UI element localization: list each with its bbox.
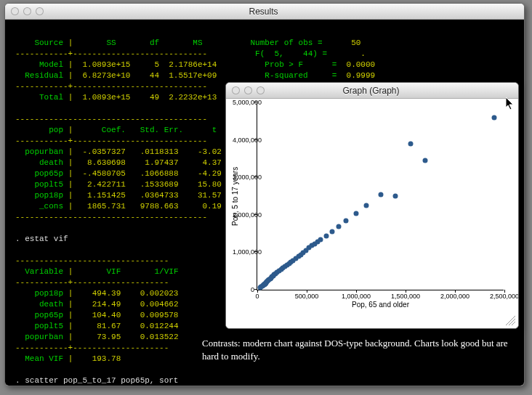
data-point <box>324 233 329 238</box>
data-point <box>363 203 368 208</box>
resize-handle-icon[interactable] <box>505 315 515 325</box>
data-point <box>393 194 398 199</box>
y-tick-mark <box>254 289 257 290</box>
data-point <box>379 192 384 197</box>
graph-titlebar[interactable]: Graph (Graph) <box>226 83 518 99</box>
x-tick-mark <box>356 290 357 293</box>
maximize-icon[interactable] <box>257 86 265 94</box>
x-tick: 1,000,000 <box>342 293 371 300</box>
results-titlebar[interactable]: Results <box>5 4 524 20</box>
x-tick-mark <box>406 290 406 293</box>
y-tick: 0 <box>233 286 254 293</box>
x-tick: 500,000 <box>295 293 319 300</box>
graph-title: Graph (Graph) <box>265 86 477 96</box>
y-tick-mark <box>254 214 257 215</box>
x-tick-mark <box>504 290 505 293</box>
maximize-icon[interactable] <box>36 7 44 15</box>
data-point <box>408 141 413 146</box>
mouse-cursor-icon <box>506 97 516 112</box>
data-point <box>344 219 349 224</box>
y-tick: 3,000,000 <box>233 174 254 181</box>
graph-body: Pop, 5 to 17 years Pop, 65 and older 050… <box>226 99 518 328</box>
data-point <box>492 115 497 120</box>
data-point <box>330 229 335 234</box>
minimize-icon[interactable] <box>23 7 31 15</box>
command-scatter: . scatter pop_5_to_17 pop65p, sort <box>15 376 178 385</box>
y-tick: 5,000,000 <box>233 99 254 106</box>
minimize-icon[interactable] <box>244 86 252 94</box>
y-tick-mark <box>254 102 257 102</box>
close-icon[interactable] <box>232 86 240 94</box>
y-tick: 4,000,000 <box>233 137 254 144</box>
x-tick-mark <box>307 290 307 293</box>
graph-window[interactable]: Graph (Graph) Pop, 5 to 17 years Pop, 65… <box>225 82 519 329</box>
x-tick-mark <box>455 290 456 293</box>
y-tick-mark <box>254 139 257 140</box>
close-icon[interactable] <box>11 7 19 15</box>
x-tick: 2,000,000 <box>440 293 469 300</box>
y-tick-mark <box>254 176 257 177</box>
x-axis-label: Pop, 65 and older <box>257 301 504 309</box>
x-tick: 0 <box>255 293 259 300</box>
y-axis-label: Pop, 5 to 17 years <box>231 103 246 290</box>
data-point <box>318 237 323 242</box>
data-point <box>423 158 428 163</box>
results-title: Results <box>44 7 483 17</box>
command-vif: . estat vif <box>15 235 68 243</box>
y-tick: 1,000,000 <box>233 248 254 256</box>
x-tick: 1,500,000 <box>391 293 420 300</box>
scatter-plot: Pop, 5 to 17 years Pop, 65 and older 050… <box>257 103 504 290</box>
data-point <box>354 211 359 216</box>
y-tick: 2,000,000 <box>233 211 254 219</box>
x-tick: 2,500,000 <box>490 293 519 300</box>
y-tick-mark <box>254 251 257 252</box>
caption-text: Contrasts: modern chart against DOS-type… <box>202 337 515 362</box>
data-point <box>336 224 341 229</box>
x-tick-mark <box>257 290 258 293</box>
